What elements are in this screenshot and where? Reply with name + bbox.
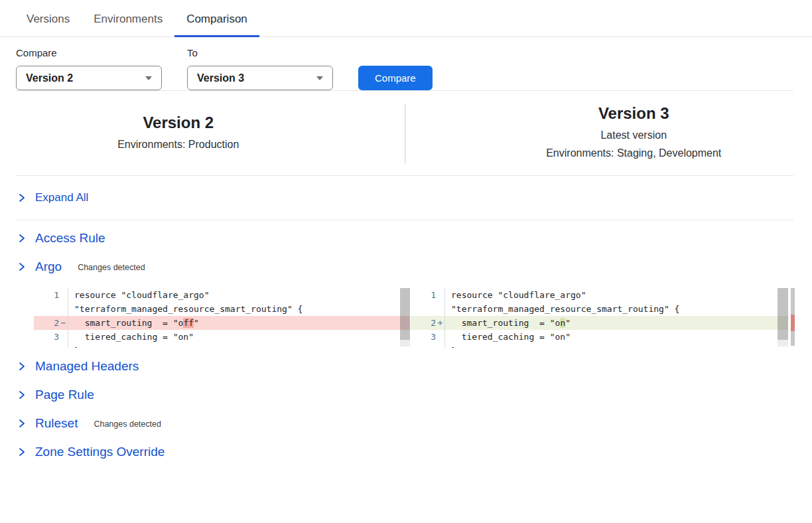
version-headers: Version 2 Environments: Production Versi… xyxy=(0,91,812,175)
chevron-right-icon xyxy=(18,447,26,457)
compare-to-value: Version 3 xyxy=(197,72,244,84)
diff-code-line: } xyxy=(411,344,788,348)
chevron-right-icon xyxy=(18,362,26,371)
version-right-title: Version 3 xyxy=(598,104,669,123)
section-label: Managed Headers xyxy=(35,359,139,374)
chevron-right-icon xyxy=(18,419,26,428)
version-right-latest: Latest version xyxy=(600,126,667,144)
version-left-header: Version 2 Environments: Production xyxy=(0,113,405,153)
diff-code-line: 3 tiered_caching = "on" xyxy=(34,330,410,344)
chevron-right-icon xyxy=(18,193,26,202)
section-label: Argo xyxy=(35,260,62,274)
section-ruleset[interactable]: Ruleset Changes detected xyxy=(18,416,812,431)
section-label: Page Rule xyxy=(35,388,94,402)
left-diff-scrollbar[interactable] xyxy=(400,288,410,346)
section-access-rule[interactable]: Access Rule xyxy=(18,231,812,246)
compare-from-value: Version 2 xyxy=(26,72,73,84)
diff-code-line: 2− smart_routing = "off" xyxy=(34,316,410,330)
compare-button[interactable]: Compare xyxy=(358,66,433,90)
changes-detected-badge: Changes detected xyxy=(94,419,161,429)
diff-pane-new: 1resource "cloudflare_argo""terraform_ma… xyxy=(411,288,788,348)
removed-marker xyxy=(791,315,795,331)
chevron-right-icon xyxy=(18,390,26,400)
version-right-environments: Environments: Staging, Development xyxy=(546,144,721,162)
dropdown-caret-icon xyxy=(316,76,323,80)
section-list: Access Rule Argo Changes detected 1resou… xyxy=(0,220,812,459)
expand-all-button[interactable]: Expand All xyxy=(0,176,812,220)
compare-from-select[interactable]: Version 2 xyxy=(16,66,162,90)
diff-code-line: } xyxy=(34,344,410,348)
section-label: Access Rule xyxy=(35,231,105,246)
diff-overview-ruler xyxy=(791,288,795,346)
section-label: Ruleset xyxy=(35,416,78,431)
right-diff-scrollbar[interactable] xyxy=(778,288,788,346)
diff-code-line: 2+ smart_routing = "on" xyxy=(411,316,788,330)
compare-form: Compare Version 2 To Version 3 Compare xyxy=(16,47,796,90)
argo-diff-viewer: 1resource "cloudflare_argo""terraform_ma… xyxy=(34,288,795,348)
diff-code-line: 3 tiered_caching = "on" xyxy=(411,330,788,344)
compare-label: Compare xyxy=(16,47,162,58)
tab-environments[interactable]: Environments xyxy=(82,13,174,37)
changes-detected-badge: Changes detected xyxy=(78,263,145,272)
tab-comparison[interactable]: Comparison xyxy=(174,13,259,37)
version-left-title: Version 2 xyxy=(143,113,214,132)
version-left-environments: Environments: Production xyxy=(117,135,239,153)
section-argo[interactable]: Argo Changes detected xyxy=(18,260,812,274)
expand-all-label: Expand All xyxy=(35,191,88,204)
section-page-rule[interactable]: Page Rule xyxy=(18,388,812,402)
dropdown-caret-icon xyxy=(145,76,152,80)
tab-bar: Versions Environments Comparison xyxy=(0,0,812,37)
version-right-header: Version 3 Latest version Environments: S… xyxy=(406,104,812,162)
to-label: To xyxy=(187,47,333,58)
diff-code-line: 1resource "cloudflare_argo" xyxy=(34,288,410,302)
diff-pane-old: 1resource "cloudflare_argo""terraform_ma… xyxy=(34,288,410,348)
section-label: Zone Settings Override xyxy=(35,445,165,459)
section-zone-settings-override[interactable]: Zone Settings Override xyxy=(18,445,812,459)
section-managed-headers[interactable]: Managed Headers xyxy=(18,359,812,374)
chevron-right-icon xyxy=(18,262,26,271)
diff-code-line: 1resource "cloudflare_argo" xyxy=(411,288,788,302)
compare-to-select[interactable]: Version 3 xyxy=(187,66,333,90)
chevron-right-icon xyxy=(18,234,26,243)
diff-change-marker xyxy=(791,315,795,331)
tab-versions[interactable]: Versions xyxy=(15,13,82,37)
diff-code-line: "terraform_managed_resource_smart_routin… xyxy=(34,302,410,316)
diff-code-line: "terraform_managed_resource_smart_routin… xyxy=(411,302,788,316)
